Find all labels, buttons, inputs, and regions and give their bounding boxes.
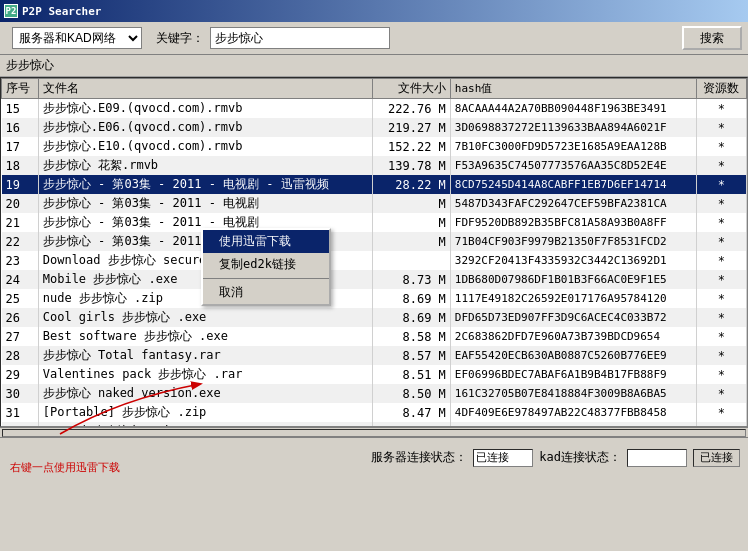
cell-source: * xyxy=(696,308,746,327)
col-header-size[interactable]: 文件大小 xyxy=(372,79,450,99)
context-menu-item-download[interactable]: 使用迅雷下载 xyxy=(203,230,329,253)
cell-hash: F53A9635C74507773576AA35C8D52E4E xyxy=(450,156,696,175)
col-header-source[interactable]: 资源数 xyxy=(696,79,746,99)
col-header-name[interactable]: 文件名 xyxy=(38,79,372,99)
status-bar: 右键一点使用迅雷下载 服务器连接状态： kad连接状态： 已连接 xyxy=(0,437,748,477)
cell-seq: 20 xyxy=(2,194,39,213)
cell-size xyxy=(372,251,450,270)
cell-source: * xyxy=(696,403,746,422)
cell-hash: 7B10FC3000FD9D5723E1685A9EAA128B xyxy=(450,137,696,156)
table-row[interactable]: 23Download 步步惊心 securely with3292CF20413… xyxy=(2,251,747,270)
cell-seq: 30 xyxy=(2,384,39,403)
cell-source: * xyxy=(696,327,746,346)
cell-hash: 5487D343FAFC292647CEF59BFA2381CA xyxy=(450,194,696,213)
results-table-container: 序号 文件名 文件大小 hash值 资源数 15步步惊心.E09.(qvocd.… xyxy=(0,77,748,427)
search-button[interactable]: 搜索 xyxy=(682,26,742,50)
table-row[interactable]: 25nude 步步惊心 .zip8.69 M1117E49182C26592E0… xyxy=(2,289,747,308)
cell-hash: EAF55420ECB630AB0887C5260B776EE9 xyxy=(450,346,696,365)
table-row[interactable]: 32Hotrod 步步惊心 .zip8.46 M4F9FBC32B8FF9A5F… xyxy=(2,422,747,427)
cell-name: Hotrod 步步惊心 .zip xyxy=(38,422,372,427)
table-row[interactable]: 28步步惊心 Total fantasy.rar8.57 MEAF55420EC… xyxy=(2,346,747,365)
cell-seq: 15 xyxy=(2,99,39,119)
cell-seq: 17 xyxy=(2,137,39,156)
cell-hash: 71B04CF903F9979B21350F7F8531FCD2 xyxy=(450,232,696,251)
cell-size: 8.50 M xyxy=(372,384,450,403)
cell-seq: 28 xyxy=(2,346,39,365)
cell-source: * xyxy=(696,118,746,137)
table-row[interactable]: 31[Portable] 步步惊心 .zip8.47 M4DF409E6E978… xyxy=(2,403,747,422)
cell-size: 8.58 M xyxy=(372,327,450,346)
cell-name: 步步惊心 - 第03集 - 2011 - 电视剧 - 迅雷视频 xyxy=(38,175,372,194)
cell-source: * xyxy=(696,422,746,427)
cell-name: [Portable] 步步惊心 .zip xyxy=(38,403,372,422)
col-header-seq[interactable]: 序号 xyxy=(2,79,39,99)
keyword-input[interactable] xyxy=(210,27,390,49)
context-menu-item-copy[interactable]: 复制ed2k链接 xyxy=(203,253,329,276)
cell-source: * xyxy=(696,232,746,251)
kad-status-input xyxy=(627,449,687,467)
cell-seq: 21 xyxy=(2,213,39,232)
cell-hash: 4F9FBC32B8FF9A5FCF75E2B737D52DCD xyxy=(450,422,696,427)
cell-size: 219.27 M xyxy=(372,118,450,137)
cell-name: 步步惊心.E10.(qvocd.com).rmvb xyxy=(38,137,372,156)
cell-source: * xyxy=(696,137,746,156)
toolbar: 服务器和KAD网络仅服务器仅KAD网络 关键字： 搜索 xyxy=(0,22,748,55)
cell-size: 8.73 M xyxy=(372,270,450,289)
cell-hash: DFD65D73ED907FF3D9C6ACEC4C033B72 xyxy=(450,308,696,327)
cell-seq: 19 xyxy=(2,175,39,194)
cell-size: 139.78 M xyxy=(372,156,450,175)
cell-hash: 8ACAAA44A2A70BB090448F1963BE3491 xyxy=(450,99,696,119)
cell-source: * xyxy=(696,99,746,119)
cell-hash: 2C683862DFD7E960A73B739BDCD9654 xyxy=(450,327,696,346)
cell-seq: 25 xyxy=(2,289,39,308)
cell-source: * xyxy=(696,365,746,384)
table-row[interactable]: 27Best software 步步惊心 .exe8.58 M2C683862D… xyxy=(2,327,747,346)
table-row[interactable]: 26Cool girls 步步惊心 .exe8.69 MDFD65D73ED90… xyxy=(2,308,747,327)
cell-source: * xyxy=(696,270,746,289)
table-row[interactable]: 16步步惊心.E06.(qvocd.com).rmvb219.27 M3D069… xyxy=(2,118,747,137)
cell-seq: 26 xyxy=(2,308,39,327)
cell-seq: 24 xyxy=(2,270,39,289)
table-row[interactable]: 24Mobile 步步惊心 .exe8.73 M1DB680D07986DF1B… xyxy=(2,270,747,289)
col-header-hash[interactable]: hash值 xyxy=(450,79,696,99)
table-row[interactable]: 30步步惊心 naked version.exe8.50 M161C32705B… xyxy=(2,384,747,403)
server-status-label: 服务器连接状态： xyxy=(371,449,467,466)
cell-source: * xyxy=(696,175,746,194)
cell-size: 8.47 M xyxy=(372,403,450,422)
cell-name: 步步惊心 naked version.exe xyxy=(38,384,372,403)
cell-seq: 23 xyxy=(2,251,39,270)
horizontal-scrollbar[interactable] xyxy=(2,429,746,437)
server-select[interactable]: 服务器和KAD网络仅服务器仅KAD网络 xyxy=(12,27,142,49)
cell-name: 步步惊心.E06.(qvocd.com).rmvb xyxy=(38,118,372,137)
table-row[interactable]: 18步步惊心 花絮.rmvb139.78 MF53A9635C745077735… xyxy=(2,156,747,175)
cell-seq: 32 xyxy=(2,422,39,427)
cell-name: Best software 步步惊心 .exe xyxy=(38,327,372,346)
title-bar: P2 P2P Searcher xyxy=(0,0,748,22)
cell-name: Cool girls 步步惊心 .exe xyxy=(38,308,372,327)
cell-hash: 3292CF20413F4335932C3442C13692D1 xyxy=(450,251,696,270)
table-header-row: 序号 文件名 文件大小 hash值 资源数 xyxy=(2,79,747,99)
cell-hash: 4DF409E6E978497AB22C48377FBB8458 xyxy=(450,403,696,422)
table-row[interactable]: 15步步惊心.E09.(qvocd.com).rmvb222.76 M8ACAA… xyxy=(2,99,747,119)
hint-text: 右键一点使用迅雷下载 xyxy=(10,460,120,475)
cell-source: * xyxy=(696,346,746,365)
cell-seq: 31 xyxy=(2,403,39,422)
cell-seq: 18 xyxy=(2,156,39,175)
context-menu-item-cancel[interactable]: 取消 xyxy=(203,281,329,304)
table-row[interactable]: 21步步惊心 - 第03集 - 2011 - 电视剧MFDF9520DB892B… xyxy=(2,213,747,232)
table-row[interactable]: 20步步惊心 - 第03集 - 2011 - 电视剧M5487D343FAFC2… xyxy=(2,194,747,213)
cell-seq: 27 xyxy=(2,327,39,346)
cell-name: 步步惊心 Total fantasy.rar xyxy=(38,346,372,365)
cell-hash: FDF9520DB892B35BFC81A58A93B0A8FF xyxy=(450,213,696,232)
cell-size: 8.69 M xyxy=(372,308,450,327)
app-title: P2P Searcher xyxy=(22,5,101,18)
context-menu-separator xyxy=(203,278,329,279)
cell-size: M xyxy=(372,213,450,232)
table-row[interactable]: 29Valentines pack 步步惊心 .rar8.51 MEF06996… xyxy=(2,365,747,384)
server-status-input xyxy=(473,449,533,467)
table-row[interactable]: 17步步惊心.E10.(qvocd.com).rmvb152.22 M7B10F… xyxy=(2,137,747,156)
table-row[interactable]: 19步步惊心 - 第03集 - 2011 - 电视剧 - 迅雷视频28.22 M… xyxy=(2,175,747,194)
cell-source: * xyxy=(696,251,746,270)
cell-seq: 29 xyxy=(2,365,39,384)
table-row[interactable]: 22步步惊心 - 第03集 - 2011 - 电视剧M71B04CF903F99… xyxy=(2,232,747,251)
